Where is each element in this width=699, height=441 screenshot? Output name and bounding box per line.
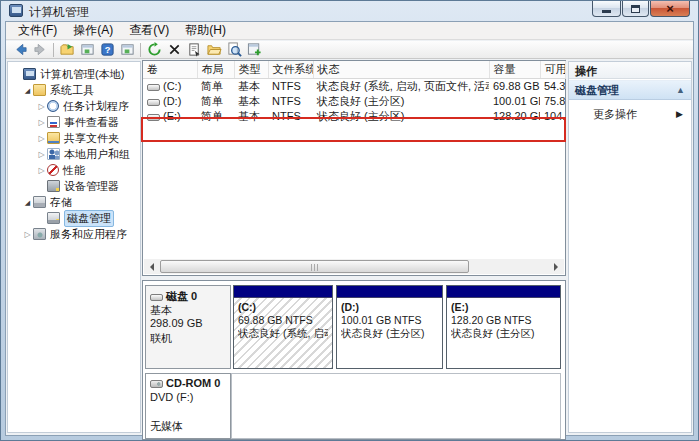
- volume-fs: NTFS: [268, 94, 313, 109]
- tree-item-performance[interactable]: 性能: [8, 162, 140, 178]
- forward-icon[interactable]: [30, 42, 50, 58]
- volume-row-c[interactable]: (C:) 简单 基本 NTFS 状态良好 (系统, 启动, 页面文件, 活动, …: [143, 78, 565, 94]
- scroll-right-arrow[interactable]: [548, 259, 564, 274]
- delete-icon[interactable]: [164, 42, 184, 58]
- col-filesystem[interactable]: 文件系统: [268, 61, 313, 78]
- local-users-groups-icon: [47, 148, 60, 160]
- more-actions-item[interactable]: 更多操作 ▶: [569, 105, 691, 123]
- drive-icon: [147, 99, 160, 106]
- volume-row-d[interactable]: (D:) 简单 基本 NTFS 状态良好 (主分区) 100.01 GB 75.…: [143, 94, 565, 109]
- cdrom-label: CD-ROM 0: [166, 377, 220, 389]
- close-icon: ×: [666, 2, 674, 15]
- col-volume[interactable]: 卷: [143, 61, 197, 78]
- col-layout[interactable]: 布局: [197, 61, 234, 78]
- partition-size: 128.20 GB NTFS: [451, 314, 556, 327]
- col-free-space[interactable]: 可用空间: [540, 61, 565, 78]
- properties-icon[interactable]: [184, 42, 204, 58]
- disk-status: 联机: [150, 331, 226, 345]
- tree-item-storage[interactable]: 存储: [8, 194, 140, 210]
- back-icon[interactable]: [10, 42, 30, 58]
- menu-view[interactable]: 查看(V): [121, 22, 177, 39]
- tree-item-disk-management[interactable]: 磁盘管理: [8, 210, 140, 226]
- menu-action[interactable]: 操作(A): [65, 22, 121, 39]
- expander-icon[interactable]: [36, 150, 47, 159]
- scroll-left-arrow[interactable]: [144, 259, 160, 274]
- tree-item-label: 存储: [50, 195, 72, 210]
- console-window-icon[interactable]: [117, 42, 137, 58]
- partition-e[interactable]: (E:) 128.20 GB NTFS 状态良好 (主分区): [446, 285, 561, 369]
- refresh-icon[interactable]: [144, 42, 164, 58]
- actions-group-disk-management[interactable]: 磁盘管理 ▲: [569, 80, 691, 100]
- disk-capacity: 298.09 GB: [150, 317, 226, 331]
- expander-icon[interactable]: [36, 102, 47, 111]
- computer-management-window: 计算机管理 × 文件(F) 操作(A) 查看(V) 帮助(H) ?: [0, 0, 699, 441]
- cdrom0-info-box[interactable]: CD-ROM 0 DVD (F:) 无媒体: [145, 373, 231, 439]
- menu-file[interactable]: 文件(F): [10, 22, 65, 39]
- expander-icon[interactable]: [22, 86, 33, 95]
- expander-icon[interactable]: [22, 230, 33, 239]
- device-manager-icon: [47, 180, 60, 192]
- find-icon[interactable]: [224, 42, 244, 58]
- tree-item-services-applications[interactable]: 服务和应用程序: [8, 226, 140, 242]
- actions-group-label: 磁盘管理: [575, 83, 619, 98]
- tree-item-local-users-groups[interactable]: 本地用户和组: [8, 146, 140, 162]
- tree-item-device-manager[interactable]: 设备管理器: [8, 178, 140, 194]
- submenu-arrow-icon: ▶: [676, 109, 683, 119]
- cdrom-empty-region[interactable]: [231, 373, 561, 439]
- open-folder-icon[interactable]: [204, 42, 224, 58]
- col-status[interactable]: 状态: [313, 61, 489, 78]
- close-button[interactable]: ×: [650, 1, 690, 17]
- tree-item-computer-management[interactable]: 计算机管理(本地): [8, 66, 140, 82]
- tree-item-label: 本地用户和组: [64, 147, 130, 162]
- volume-status: 状态良好 (主分区): [313, 94, 489, 109]
- tree-item-task-scheduler[interactable]: 任务计划程序: [8, 98, 140, 114]
- tree-item-shared-folders[interactable]: 共享文件夹: [8, 130, 140, 146]
- tree-item-event-viewer[interactable]: 事件查看器: [8, 114, 140, 130]
- app-icon: [9, 4, 23, 17]
- col-capacity[interactable]: 容量: [489, 61, 540, 78]
- disk-type: 基本: [150, 303, 226, 317]
- menubar: 文件(F) 操作(A) 查看(V) 帮助(H): [6, 22, 693, 40]
- disk0-info-box[interactable]: 磁盘 0 基本 298.09 GB 联机: [145, 285, 231, 369]
- titlebar[interactable]: 计算机管理 ×: [1, 1, 698, 21]
- shared-folders-icon: [47, 132, 60, 144]
- tree-item-label: 事件查看器: [64, 115, 119, 130]
- volume-capacity: 69.88 GB: [489, 78, 540, 94]
- menu-help[interactable]: 帮助(H): [177, 22, 234, 39]
- scrollbar-thumb[interactable]: [160, 260, 469, 273]
- volume-name: (D:): [163, 95, 181, 107]
- collapse-icon[interactable]: ▲: [676, 85, 685, 95]
- cdrom-status: 无媒体: [150, 419, 226, 433]
- minimize-icon: [602, 10, 611, 13]
- system-tools-icon: [33, 84, 46, 96]
- volume-free: 54.3: [540, 78, 565, 94]
- volume-list-header: 卷 布局 类型 文件系统 状态 容量 可用空间: [143, 61, 565, 78]
- add-remove-snapin-icon[interactable]: [244, 42, 264, 58]
- storage-icon: [33, 196, 46, 208]
- actions-title: 操作: [569, 62, 691, 79]
- volume-capacity: 100.01 GB: [489, 94, 540, 109]
- console-window-icon[interactable]: [77, 42, 97, 58]
- col-type[interactable]: 类型: [234, 61, 268, 78]
- partition-size: 100.01 GB NTFS: [341, 314, 438, 327]
- maximize-button[interactable]: [622, 1, 649, 17]
- help-icon[interactable]: ?: [97, 42, 117, 58]
- volume-free: 75.8: [540, 94, 565, 109]
- window-title: 计算机管理: [29, 4, 89, 21]
- show-hide-console-tree-icon[interactable]: [57, 42, 77, 58]
- tree-item-system-tools[interactable]: 系统工具: [8, 82, 140, 98]
- partition-status: 状态良好 (主分区): [451, 327, 556, 340]
- disk-label: 磁盘 0: [166, 290, 197, 302]
- expander-icon[interactable]: [36, 134, 47, 143]
- expander-icon[interactable]: [36, 118, 47, 127]
- horizontal-scrollbar[interactable]: [144, 259, 564, 274]
- partition-d[interactable]: (D:) 100.01 GB NTFS 状态良好 (主分区): [336, 285, 443, 369]
- partition-c[interactable]: (C:) 69.88 GB NTFS 状态良好 (系统, 启动, 页面: [233, 285, 333, 369]
- tree-item-label: 服务和应用程序: [50, 227, 127, 242]
- services-applications-icon: [33, 228, 46, 240]
- expander-icon[interactable]: [36, 166, 47, 175]
- tree-item-label: 任务计划程序: [63, 99, 129, 114]
- tree-item-label: 系统工具: [50, 83, 94, 98]
- expander-icon[interactable]: [22, 198, 33, 207]
- minimize-button[interactable]: [592, 1, 621, 17]
